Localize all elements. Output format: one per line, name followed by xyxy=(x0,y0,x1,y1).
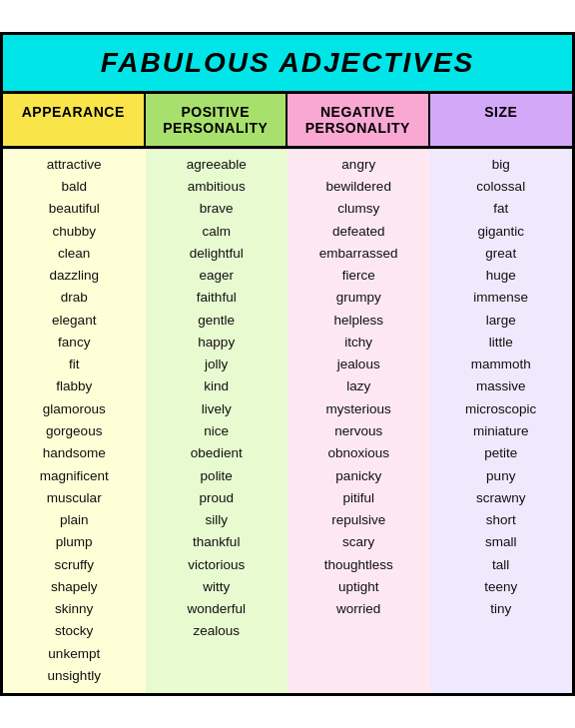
list-item: repulsive xyxy=(331,509,385,531)
list-item: silly xyxy=(206,509,229,531)
list-item: microscopic xyxy=(465,398,536,420)
title-row: FABULOUS ADJECTIVES xyxy=(3,35,572,94)
list-item: colossal xyxy=(476,176,525,198)
col-header-positive: POSITIVEPERSONALITY xyxy=(146,94,288,146)
list-item: clumsy xyxy=(337,198,379,220)
header-row: APPEARANCE POSITIVEPERSONALITY NEGATIVEP… xyxy=(3,94,572,149)
list-item: little xyxy=(489,332,513,354)
list-item: fat xyxy=(493,198,508,220)
list-item: bald xyxy=(61,176,87,198)
list-item: plain xyxy=(60,509,89,531)
col-header-appearance: APPEARANCE xyxy=(3,94,146,146)
list-item: fit xyxy=(69,354,80,375)
list-item: attractive xyxy=(47,154,102,176)
list-item: puny xyxy=(486,465,515,487)
list-item: gorgeous xyxy=(46,420,102,442)
list-item: obedient xyxy=(191,442,243,464)
list-item: agreeable xyxy=(187,154,247,176)
list-item: plump xyxy=(56,531,93,553)
list-item: small xyxy=(485,531,517,553)
list-item: defeated xyxy=(332,221,385,243)
list-item: obnoxious xyxy=(327,442,389,464)
list-item: gentle xyxy=(198,310,235,332)
list-item: chubby xyxy=(52,221,96,243)
list-item: huge xyxy=(486,265,516,287)
list-item: kind xyxy=(204,375,229,397)
size-column: bigcolossalfatgiganticgreathugeimmensela… xyxy=(430,150,573,693)
list-item: bewildered xyxy=(326,176,391,198)
body-rows: attractivebaldbeautifulchubbycleandazzli… xyxy=(3,149,572,693)
list-item: tall xyxy=(492,554,509,576)
list-item: great xyxy=(485,243,516,265)
list-item: scary xyxy=(342,531,374,553)
list-item: embarrassed xyxy=(319,243,398,265)
positive-column: agreeableambitiousbravecalmdelightfuleag… xyxy=(146,150,288,693)
list-item: drab xyxy=(61,287,88,309)
list-item: wonderful xyxy=(187,598,246,620)
list-item: witty xyxy=(203,576,230,598)
list-item: worried xyxy=(336,598,380,620)
list-item: scruffy xyxy=(54,554,94,576)
list-item: lazy xyxy=(346,375,370,397)
list-item: tiny xyxy=(490,598,511,620)
list-item: short xyxy=(486,509,516,531)
list-item: ambitious xyxy=(188,176,246,198)
col-header-size: SIZE xyxy=(430,94,573,146)
main-table: FABULOUS ADJECTIVES APPEARANCE POSITIVEP… xyxy=(0,32,575,696)
list-item: nice xyxy=(204,420,229,442)
list-item: unsightly xyxy=(48,665,101,687)
list-item: big xyxy=(492,154,510,176)
list-item: lively xyxy=(202,398,232,420)
list-item: polite xyxy=(201,465,233,487)
list-item: glamorous xyxy=(43,398,106,420)
list-item: uptight xyxy=(338,576,379,598)
list-item: massive xyxy=(476,375,526,397)
list-item: panicky xyxy=(335,465,381,487)
list-item: itchy xyxy=(344,332,372,354)
list-item: pitiful xyxy=(342,487,374,509)
list-item: magnificent xyxy=(40,465,109,487)
negative-column: angrybewilderedclumsydefeatedembarrassed… xyxy=(288,150,430,693)
list-item: elegant xyxy=(52,310,96,332)
list-item: thankful xyxy=(193,531,240,553)
page-title: FABULOUS ADJECTIVES xyxy=(101,47,475,78)
col-header-negative: NEGATIVEPERSONALITY xyxy=(288,94,430,146)
list-item: victorious xyxy=(188,554,245,576)
list-item: eager xyxy=(199,265,234,287)
data-row: attractivebaldbeautifulchubbycleandazzli… xyxy=(3,150,572,693)
list-item: handsome xyxy=(43,442,106,464)
list-item: fancy xyxy=(58,332,90,354)
list-item: flabby xyxy=(56,375,92,397)
list-item: thoughtless xyxy=(324,554,393,576)
list-item: mammoth xyxy=(471,354,531,375)
appearance-column: attractivebaldbeautifulchubbycleandazzli… xyxy=(3,150,146,693)
list-item: faithful xyxy=(197,287,237,309)
list-item: gigantic xyxy=(477,221,524,243)
list-item: shapely xyxy=(51,576,98,598)
list-item: proud xyxy=(199,487,234,509)
list-item: happy xyxy=(198,332,235,354)
list-item: clean xyxy=(58,243,90,265)
list-item: immense xyxy=(473,287,528,309)
list-item: helpless xyxy=(333,310,383,332)
list-item: scrawny xyxy=(476,487,526,509)
list-item: large xyxy=(486,310,516,332)
list-item: dazzling xyxy=(49,265,99,287)
list-item: mysterious xyxy=(326,398,391,420)
list-item: fierce xyxy=(342,265,375,287)
list-item: grumpy xyxy=(336,287,381,309)
list-item: calm xyxy=(202,221,231,243)
list-item: nervous xyxy=(334,420,382,442)
list-item: zealous xyxy=(193,620,240,642)
list-item: petite xyxy=(484,442,517,464)
list-item: miniature xyxy=(473,420,529,442)
list-item: muscular xyxy=(47,487,102,509)
list-item: beautiful xyxy=(49,198,100,220)
list-item: angry xyxy=(341,154,375,176)
list-item: skinny xyxy=(55,598,93,620)
list-item: delightful xyxy=(190,243,244,265)
list-item: stocky xyxy=(55,620,93,642)
list-item: jealous xyxy=(337,354,380,375)
list-item: jolly xyxy=(205,354,228,375)
list-item: unkempt xyxy=(48,643,100,665)
